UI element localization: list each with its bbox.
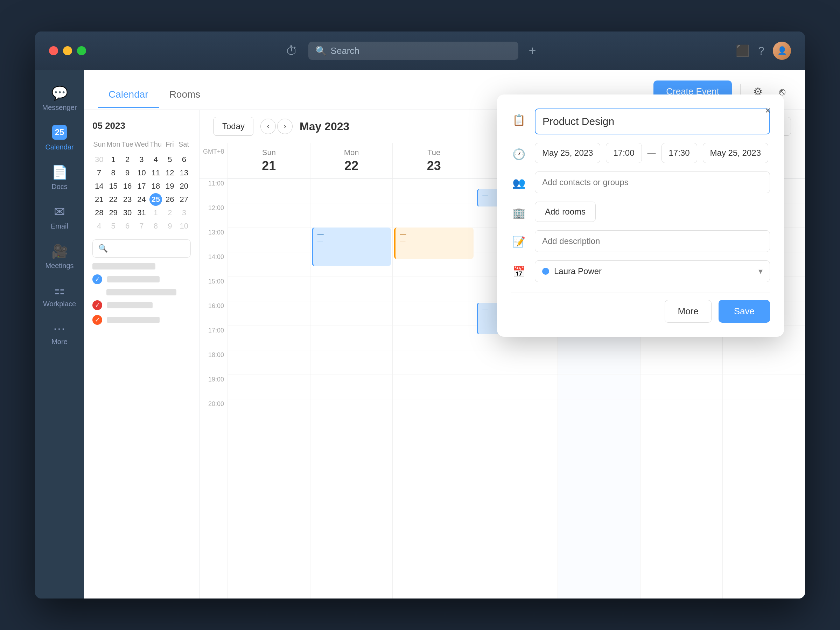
mini-day[interactable]: 24 (135, 193, 148, 206)
mini-day[interactable]: 12 (163, 167, 176, 179)
mini-day[interactable]: 3 (178, 207, 190, 219)
day-slot[interactable] (311, 301, 393, 325)
sidebar-item-workplace[interactable]: ⚏ Workplace (35, 278, 84, 313)
day-slot[interactable] (393, 325, 475, 350)
cal-checkbox-red[interactable]: ✓ (92, 300, 102, 310)
mini-day[interactable]: 18 (150, 180, 162, 193)
more-button[interactable]: More (665, 300, 711, 323)
mini-day-today[interactable]: 25 (150, 193, 162, 206)
add-button[interactable]: + (529, 43, 536, 58)
mini-day[interactable]: 1 (150, 207, 162, 219)
close-button[interactable] (49, 46, 58, 55)
fullscreen-button[interactable] (77, 46, 86, 55)
prev-week-button[interactable]: ‹ (261, 118, 276, 134)
mini-day[interactable]: 30 (121, 207, 134, 219)
screen-share-icon[interactable]: ⬛ (736, 44, 750, 57)
mini-day[interactable]: 19 (163, 180, 176, 193)
mini-day[interactable]: 7 (135, 220, 148, 232)
mini-day[interactable]: 8 (107, 167, 120, 179)
day-slot[interactable] (228, 399, 310, 423)
sidebar-item-calendar[interactable]: 25 Calendar (35, 120, 84, 156)
day-slot[interactable] (228, 178, 310, 203)
mini-day[interactable]: 13 (178, 167, 190, 179)
sidebar-item-meetings[interactable]: 🎥 Meetings (35, 239, 84, 275)
day-slot[interactable] (558, 350, 640, 374)
modal-close-button[interactable]: × (760, 103, 775, 118)
minimize-button[interactable] (63, 46, 72, 55)
cal-checkbox-orange[interactable]: ✓ (92, 315, 102, 325)
mini-day[interactable]: 29 (107, 207, 120, 219)
mini-day[interactable]: 15 (107, 180, 120, 193)
day-slot[interactable] (228, 374, 310, 399)
day-slot[interactable] (311, 350, 393, 374)
description-input[interactable] (535, 230, 770, 252)
event-title-input[interactable] (535, 109, 770, 134)
mini-day[interactable]: 4 (93, 220, 105, 232)
day-slot[interactable] (475, 374, 557, 399)
add-rooms-button[interactable]: Add rooms (535, 202, 596, 222)
sidebar-search[interactable]: 🔍 (92, 239, 191, 257)
tab-calendar[interactable]: Calendar (98, 82, 159, 108)
today-button[interactable]: Today (213, 117, 253, 136)
mini-day[interactable]: 11 (150, 167, 162, 179)
day-slot[interactable] (311, 178, 393, 203)
day-slot[interactable] (228, 301, 310, 325)
mini-day[interactable]: 2 (121, 153, 134, 166)
sidebar-item-messenger[interactable]: 💬 Messenger (35, 81, 84, 117)
day-slot[interactable] (393, 276, 475, 301)
day-slot[interactable] (393, 374, 475, 399)
day-slot[interactable] (393, 301, 475, 325)
mini-day[interactable]: 31 (135, 207, 148, 219)
day-slot[interactable] (393, 399, 475, 423)
mini-day[interactable]: 4 (150, 153, 162, 166)
start-date-field[interactable]: May 25, 2023 (535, 143, 600, 163)
day-slot[interactable] (641, 399, 723, 423)
mini-day[interactable]: 6 (178, 153, 190, 166)
mini-day[interactable]: 23 (121, 193, 134, 206)
end-date-field[interactable]: May 25, 2023 (703, 143, 768, 163)
day-slot[interactable] (558, 399, 640, 423)
mini-day[interactable]: 10 (178, 220, 190, 232)
next-week-button[interactable]: › (277, 118, 293, 134)
day-slot[interactable] (393, 203, 475, 227)
search-bar[interactable]: 🔍 Search (308, 42, 518, 60)
mini-day[interactable]: 16 (121, 180, 134, 193)
day-slot[interactable] (228, 203, 310, 227)
tab-rooms[interactable]: Rooms (159, 82, 211, 108)
day-slot[interactable] (558, 374, 640, 399)
day-slot[interactable] (723, 374, 805, 399)
day-slot[interactable] (228, 252, 310, 276)
day-slot[interactable] (641, 374, 723, 399)
sidebar-item-more[interactable]: ··· More (35, 316, 84, 351)
mini-day[interactable]: 5 (107, 220, 120, 232)
mini-day[interactable]: 8 (150, 220, 162, 232)
mini-day[interactable]: 30 (93, 153, 105, 166)
avatar[interactable]: 👤 (773, 42, 791, 60)
calendar-event-mon[interactable]: — — (312, 227, 391, 266)
mini-day[interactable]: 6 (121, 220, 134, 232)
sidebar-item-email[interactable]: ✉ Email (35, 199, 84, 235)
day-slot[interactable] (475, 399, 557, 423)
day-slot[interactable] (393, 178, 475, 203)
day-slot[interactable] (723, 350, 805, 374)
calendar-select[interactable]: Laura Power ▾ (535, 261, 770, 282)
cal-checkbox[interactable]: ✓ (92, 275, 102, 284)
mini-day[interactable]: 20 (178, 180, 190, 193)
end-time-field[interactable]: 17:30 (662, 143, 697, 163)
mini-day[interactable]: 7 (93, 167, 105, 179)
day-slot[interactable] (641, 350, 723, 374)
day-slot[interactable] (228, 276, 310, 301)
day-slot[interactable] (228, 227, 310, 252)
help-icon[interactable]: ? (758, 44, 764, 57)
mini-day[interactable]: 5 (163, 153, 176, 166)
mini-day[interactable]: 2 (163, 207, 176, 219)
mini-day[interactable]: 3 (135, 153, 148, 166)
mini-day[interactable]: 21 (93, 193, 105, 206)
mini-day[interactable]: 27 (178, 193, 190, 206)
day-slot[interactable] (393, 350, 475, 374)
day-slot[interactable] (311, 399, 393, 423)
calendar-event-tue[interactable]: — — (394, 227, 474, 259)
day-slot[interactable] (228, 325, 310, 350)
day-slot[interactable] (311, 203, 393, 227)
mini-day[interactable]: 17 (135, 180, 148, 193)
